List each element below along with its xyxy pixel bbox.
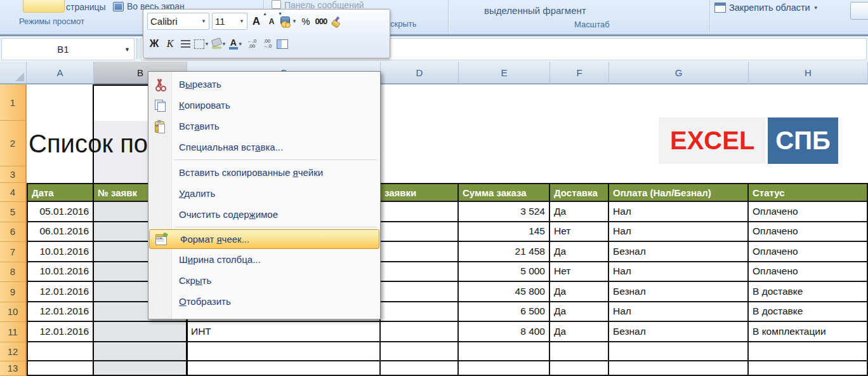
cell-H6[interactable]: Оплачено bbox=[749, 222, 868, 243]
cell-D8[interactable] bbox=[381, 262, 459, 283]
cell-F12[interactable] bbox=[550, 342, 609, 361]
cell-D9[interactable] bbox=[381, 282, 459, 302]
row-header-9[interactable]: 9 bbox=[0, 282, 27, 302]
cell-E4[interactable]: Сумма заказа bbox=[459, 183, 550, 202]
font-size-select[interactable]: 11 ▼ bbox=[212, 13, 247, 30]
cell-A4[interactable]: Дата bbox=[27, 183, 94, 202]
cell-A7[interactable]: 10.01.2016 bbox=[27, 242, 94, 262]
cell-A5[interactable]: 05.01.2016 bbox=[27, 202, 94, 222]
cell-F13[interactable] bbox=[550, 361, 609, 376]
cell-G11[interactable]: Безнал bbox=[609, 322, 749, 342]
cell-E6[interactable]: 145 bbox=[459, 222, 550, 243]
cell-F11[interactable]: Да bbox=[550, 322, 609, 342]
cell-C11[interactable]: ИНТ bbox=[187, 322, 381, 342]
row-header-6[interactable]: 6 bbox=[0, 222, 27, 243]
cell-B13[interactable] bbox=[94, 361, 187, 376]
center-align-button[interactable] bbox=[179, 36, 192, 51]
row-header-1[interactable]: 1 bbox=[0, 84, 27, 121]
cell-A12[interactable] bbox=[27, 342, 94, 361]
column-header-f[interactable]: F bbox=[550, 62, 609, 84]
cell-F5[interactable]: Да bbox=[550, 202, 609, 222]
cell-F7[interactable]: Да bbox=[550, 242, 609, 262]
select-all-corner[interactable] bbox=[0, 62, 27, 84]
cell-C12[interactable] bbox=[187, 342, 381, 361]
menu-item-вставить[interactable]: Вставить bbox=[148, 116, 380, 137]
cell-G7[interactable]: Безнал bbox=[609, 242, 749, 262]
merge-center-button[interactable] bbox=[276, 36, 289, 51]
cell-A9[interactable]: 12.01.2016 bbox=[27, 282, 94, 302]
cell-G9[interactable]: Безнал bbox=[609, 282, 749, 302]
cell-G13[interactable] bbox=[609, 361, 749, 376]
row-header-12[interactable]: 12 bbox=[0, 342, 27, 361]
cell-C13[interactable] bbox=[187, 361, 381, 376]
cell-F10[interactable]: Да bbox=[550, 302, 609, 323]
cell-G12[interactable] bbox=[609, 342, 749, 361]
cell-B11[interactable] bbox=[94, 322, 187, 342]
row-header-3[interactable]: 3 bbox=[0, 166, 27, 183]
column-header-a[interactable]: A bbox=[27, 62, 94, 84]
cell-H12[interactable] bbox=[749, 342, 868, 361]
cell-F6[interactable]: Нет bbox=[550, 222, 609, 243]
bold-button[interactable]: Ж bbox=[147, 36, 161, 51]
cell-D4[interactable]: заявки bbox=[381, 183, 459, 202]
cell-A6[interactable]: 06.01.2016 bbox=[27, 222, 94, 243]
message-bar-checkbox[interactable] bbox=[272, 0, 281, 9]
cell-E9[interactable]: 45 800 bbox=[459, 282, 550, 302]
cell-E11[interactable]: 8 400 bbox=[459, 322, 550, 342]
menu-item-очистить-содержимое[interactable]: Очистить содержимое bbox=[148, 204, 380, 225]
cell-H13[interactable] bbox=[749, 361, 868, 376]
cell-E8[interactable]: 5 000 bbox=[459, 262, 550, 283]
comma-style-button[interactable]: 000 bbox=[315, 14, 327, 29]
cell-E7[interactable]: 21 458 bbox=[459, 242, 550, 262]
cell-H9[interactable]: В доставке bbox=[749, 282, 868, 302]
menu-item-отобразить[interactable]: Отобразить bbox=[148, 291, 380, 312]
cell-E10[interactable]: 6 500 bbox=[459, 302, 550, 323]
cell-D12[interactable] bbox=[381, 342, 459, 361]
cell-H10[interactable]: В доставке bbox=[749, 302, 868, 323]
menu-item-скрыть[interactable]: Скрыть bbox=[148, 270, 380, 291]
cell-G8[interactable]: Нал bbox=[609, 262, 749, 283]
cell-E12[interactable] bbox=[459, 342, 550, 361]
font-name-select[interactable]: Calibri ▼ bbox=[147, 13, 209, 30]
percent-style-button[interactable]: % bbox=[299, 14, 312, 29]
column-header-h[interactable]: H bbox=[749, 62, 868, 84]
row-header-11[interactable]: 11 bbox=[0, 322, 27, 342]
menu-item-специальная-вставка-[interactable]: Специальная вставка... bbox=[148, 137, 380, 158]
cell-H11[interactable]: В комплектации bbox=[749, 322, 868, 342]
ribbon-right-button[interactable] bbox=[850, 2, 868, 20]
accounting-format-button[interactable]: ▼ bbox=[280, 14, 297, 29]
column-header-g[interactable]: G bbox=[609, 62, 749, 84]
cell-G5[interactable]: Нал bbox=[609, 202, 749, 222]
row-header-2[interactable]: 2 bbox=[0, 121, 27, 166]
cell-D10[interactable] bbox=[381, 302, 459, 323]
cell-E13[interactable] bbox=[459, 361, 550, 376]
cell-E5[interactable]: 3 524 bbox=[459, 202, 550, 222]
increase-decimal-button[interactable]: ←,0,00 bbox=[246, 36, 258, 51]
italic-button[interactable]: К bbox=[164, 36, 176, 51]
cell-G6[interactable]: Нал bbox=[609, 222, 749, 243]
format-painter-button[interactable] bbox=[330, 14, 343, 29]
cell-B12[interactable] bbox=[94, 342, 187, 361]
cell-A10[interactable]: 12.01.2016 bbox=[27, 302, 94, 323]
cell-D6[interactable] bbox=[381, 222, 459, 243]
cell-F4[interactable]: Доставка bbox=[550, 183, 609, 202]
cell-G4[interactable]: Оплата (Нал/Безнал) bbox=[609, 183, 749, 202]
cell-H8[interactable]: Оплачено bbox=[749, 262, 868, 283]
cell-H7[interactable]: Оплачено bbox=[749, 242, 868, 262]
cell-F9[interactable]: Да bbox=[550, 282, 609, 302]
menu-item-вырезать[interactable]: Вырезать bbox=[148, 74, 380, 95]
cell-A11[interactable]: 12.01.2016 bbox=[27, 322, 94, 342]
row-header-10[interactable]: 10 bbox=[0, 302, 27, 323]
menu-item-копировать[interactable]: Копировать bbox=[148, 95, 380, 116]
row-header-5[interactable]: 5 bbox=[0, 202, 27, 222]
cell-F8[interactable]: Нет bbox=[550, 262, 609, 283]
menu-item-ширина-столбца-[interactable]: Ширина столбца... bbox=[148, 249, 380, 270]
menu-item-формат-ячеек-[interactable]: Формат ячеек... bbox=[149, 229, 379, 249]
decrease-decimal-button[interactable]: ,00→,0 bbox=[261, 36, 273, 51]
row-header-7[interactable]: 7 bbox=[0, 242, 27, 262]
column-header-d[interactable]: D bbox=[381, 62, 459, 84]
column-header-e[interactable]: E bbox=[459, 62, 550, 84]
cell-D5[interactable] bbox=[381, 202, 459, 222]
cell-A13[interactable] bbox=[27, 361, 94, 376]
cell-H5[interactable]: Оплачено bbox=[749, 202, 868, 222]
